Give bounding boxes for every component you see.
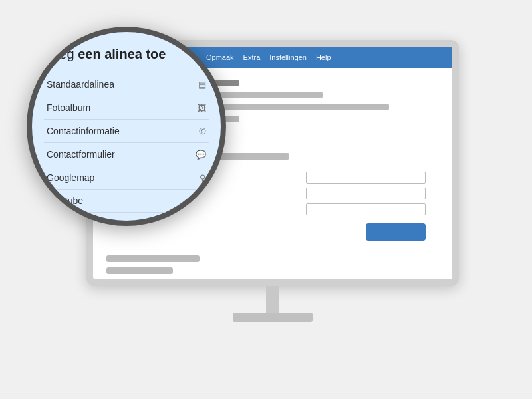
menu-item-label: Standaardalinea: [47, 79, 114, 90]
title-bold: een alinea toe: [78, 47, 166, 61]
monitor-stand: [266, 286, 279, 313]
nav-item-help[interactable]: Help: [316, 53, 331, 61]
nav-item-opmaak[interactable]: Opmaak: [206, 53, 234, 61]
scene: HomeInhoudWebwinkelOpmaakExtraInstelling…: [7, 7, 525, 392]
content-line-8: [106, 267, 173, 274]
menu-item-standaardalinea[interactable]: Standaardalinea▤: [44, 73, 209, 96]
title-plain: Voeg: [44, 47, 78, 61]
menu-item-label: Fotoalbum: [47, 102, 90, 113]
menu-list: Standaardalinea▤Fotoalbum🖼Contactinforma…: [44, 73, 209, 226]
menu-item-icon: ✆: [199, 126, 206, 136]
menu-item-label: Contactformulier: [47, 149, 115, 160]
magnifier-content: Voeg een alinea toe Standaardalinea▤Foto…: [32, 32, 221, 221]
form-input-3[interactable]: [306, 203, 426, 215]
menu-item-contactformulier[interactable]: Contactformulier💬: [44, 143, 209, 166]
form-input-1[interactable]: [306, 172, 426, 184]
monitor-base: [233, 313, 313, 322]
magnifier-overlay: Voeg een alinea toe Standaardalinea▤Foto…: [27, 27, 226, 226]
menu-item-icon: ▤: [198, 80, 206, 90]
form-submit-button[interactable]: [366, 223, 426, 241]
menu-item-label: Contactinformatie: [47, 126, 120, 136]
menu-item-icon: ⚲: [200, 173, 206, 183]
nav-item-instellingen[interactable]: Instellingen: [269, 53, 307, 61]
menu-item-icon: 💬: [196, 150, 206, 160]
menu-item-googlemap[interactable]: Googlemap⚲: [44, 166, 209, 190]
menu-item-fotoalbum[interactable]: Fotoalbum🖼: [44, 96, 209, 120]
menu-item-label: Googlemap: [47, 172, 94, 183]
magnifier-title: Voeg een alinea toe: [44, 45, 209, 63]
form-input-2[interactable]: [306, 188, 426, 200]
menu-item-contactinformatie[interactable]: Contactinformatie✆: [44, 120, 209, 143]
menu-item-icon: 🖼: [198, 103, 206, 113]
menu-item-label: YouTube: [47, 196, 83, 206]
nav-item-extra[interactable]: Extra: [243, 53, 261, 61]
content-line-7: [106, 255, 200, 262]
